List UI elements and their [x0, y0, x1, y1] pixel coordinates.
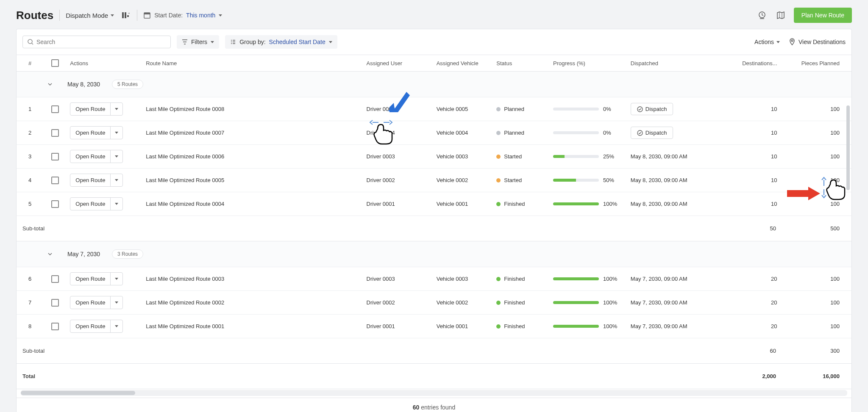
col-route-name[interactable]: Route Name — [142, 55, 363, 71]
col-actions[interactable]: Actions — [67, 55, 142, 71]
search-input[interactable] — [36, 39, 166, 45]
progress-cell: 0% — [550, 125, 627, 140]
actions-dropdown[interactable]: Actions — [754, 39, 780, 45]
destinations-cell: 10 — [710, 173, 780, 188]
status-cell: Finished — [493, 295, 550, 310]
open-route-label: Open Route — [70, 127, 110, 139]
row-number: 7 — [17, 295, 43, 310]
col-pieces-planned[interactable]: Pieces Planned — [781, 55, 851, 71]
progress-cell: 25% — [550, 149, 627, 164]
open-route-dropdown[interactable] — [110, 150, 122, 163]
open-route-dropdown[interactable] — [110, 198, 122, 210]
check-circle-icon — [637, 106, 643, 112]
open-route-label: Open Route — [70, 320, 110, 332]
dispatch-button[interactable]: Dispatch — [631, 127, 673, 139]
open-route-button[interactable]: Open Route — [70, 150, 123, 163]
select-all-checkbox[interactable] — [51, 59, 59, 67]
mode-dropdown[interactable]: Dispatch Mode — [66, 12, 114, 19]
pieces-cell: 100 — [781, 149, 851, 164]
status-label: Finished — [504, 276, 525, 282]
open-route-dropdown[interactable] — [110, 127, 122, 139]
row-checkbox[interactable] — [51, 177, 59, 184]
subtotal-dest: 60 — [708, 343, 779, 358]
group-by-button[interactable]: Group by: Scheduled Start Date — [225, 35, 337, 49]
assigned-vehicle-cell: Vehicle 0002 — [433, 173, 493, 188]
open-route-button[interactable]: Open Route — [70, 296, 123, 309]
status-dot-icon — [496, 202, 501, 206]
list-columns-icon[interactable]: + — [120, 10, 131, 21]
group-date: May 8, 2030 — [67, 77, 103, 92]
plan-new-route-button[interactable]: Plan New Route — [794, 8, 852, 23]
col-status[interactable]: Status — [493, 55, 550, 71]
status-cell: Started — [493, 149, 550, 164]
open-route-dropdown[interactable] — [110, 296, 122, 309]
start-date-filter[interactable]: Start Date: This month — [143, 11, 222, 19]
row-number: 3 — [17, 149, 43, 164]
start-date-label: Start Date: — [154, 12, 183, 19]
pieces-cell: 100 — [781, 173, 851, 188]
horizontal-scrollbar[interactable] — [21, 390, 847, 396]
row-checkbox[interactable] — [51, 105, 59, 113]
row-checkbox[interactable] — [51, 129, 59, 137]
col-assigned-vehicle[interactable]: Assigned Vehicle — [433, 55, 493, 71]
dispatch-label: Dispatch — [645, 130, 667, 136]
open-route-button[interactable]: Open Route — [70, 174, 123, 187]
filters-button[interactable]: Filters — [177, 35, 219, 49]
dispatch-button[interactable]: Dispatch — [631, 103, 673, 115]
col-dispatched[interactable]: Dispatched — [627, 55, 711, 71]
chevron-down-icon — [115, 203, 118, 205]
progress-bar — [553, 202, 599, 205]
route-name-cell: Last Mile Optimized Route 0004 — [142, 196, 363, 211]
col-assigned-user[interactable]: Assigned User — [363, 55, 433, 71]
col-progress[interactable]: Progress (%) — [550, 55, 627, 71]
row-checkbox[interactable] — [51, 153, 59, 160]
dispatched-cell: May 7, 2030, 09:00 AM — [627, 319, 711, 334]
assigned-vehicle-cell: Vehicle 0005 — [433, 102, 493, 116]
search-icon — [27, 39, 34, 45]
open-route-button[interactable]: Open Route — [70, 197, 123, 210]
calendar-icon — [143, 11, 151, 19]
view-destinations-button[interactable]: View Destinations — [788, 38, 846, 46]
svg-point-8 — [791, 40, 793, 41]
open-route-dropdown[interactable] — [110, 174, 122, 186]
open-route-button[interactable]: Open Route — [70, 272, 123, 285]
progress-cell: 100% — [550, 196, 627, 211]
row-number: 1 — [17, 102, 43, 116]
pieces-cell: 100 — [781, 125, 851, 140]
dispatched-time: May 8, 2030, 09:00 AM — [631, 201, 687, 207]
open-route-dropdown[interactable] — [110, 273, 122, 285]
horizontal-scrollbar-thumb[interactable] — [21, 391, 135, 395]
divider — [59, 10, 60, 21]
open-route-button[interactable]: Open Route — [70, 320, 123, 333]
assigned-user-cell: Driver 0003 — [363, 271, 433, 286]
status-cell: Finished — [493, 196, 550, 211]
svg-point-9 — [637, 107, 643, 112]
row-checkbox[interactable] — [51, 299, 59, 307]
vertical-scrollbar[interactable] — [846, 105, 850, 190]
map-icon[interactable] — [775, 10, 786, 21]
open-route-button[interactable]: Open Route — [70, 102, 123, 116]
status-dot-icon — [496, 178, 501, 182]
chevron-down-icon — [115, 155, 118, 158]
row-checkbox[interactable] — [51, 275, 59, 283]
row-checkbox[interactable] — [51, 200, 59, 208]
open-route-dropdown[interactable] — [110, 320, 122, 332]
view-destinations-label: View Destinations — [798, 39, 846, 45]
col-number[interactable]: # — [17, 55, 43, 71]
status-dot-icon — [496, 324, 501, 329]
history-icon[interactable] — [757, 10, 768, 21]
open-route-button[interactable]: Open Route — [70, 126, 123, 139]
footer-text: entries found — [421, 404, 455, 411]
row-checkbox[interactable] — [51, 323, 59, 330]
open-route-dropdown[interactable] — [110, 103, 122, 115]
group-header[interactable]: May 8, 2030 5 Routes — [17, 72, 851, 97]
subtotal-dest: 50 — [708, 221, 779, 236]
subtotal-label: Sub-total — [17, 225, 67, 232]
pin-icon — [788, 38, 796, 46]
search-input-wrap[interactable] — [22, 36, 171, 48]
pieces-cell: 100 — [781, 271, 851, 286]
group-header[interactable]: May 7, 2030 3 Routes — [17, 241, 851, 267]
open-route-label: Open Route — [70, 296, 110, 309]
total-pieces: 16,000 — [779, 369, 851, 384]
col-destinations[interactable]: Destinations... — [710, 55, 780, 71]
